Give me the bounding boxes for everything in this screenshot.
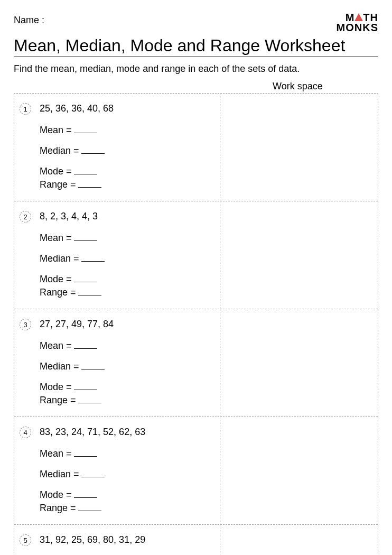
mode-blank[interactable]	[74, 383, 97, 390]
problem-row: 327, 27, 49, 77, 84Mean =Median =Mode =R…	[14, 309, 378, 417]
problem-number-badge: 1	[20, 103, 31, 115]
svg-marker-0	[354, 13, 363, 21]
range-label: Range =	[40, 287, 76, 298]
mean-blank[interactable]	[74, 341, 97, 349]
problem-content: 483, 23, 24, 71, 52, 62, 63Mean =Median …	[14, 417, 220, 524]
range-blank[interactable]	[78, 396, 101, 403]
problem-row: 531, 92, 25, 69, 80, 31, 29Mean =Median …	[14, 525, 378, 555]
mode-label: Mode =	[40, 166, 72, 177]
median-field: Median =	[40, 361, 129, 372]
workspace-cell[interactable]	[220, 201, 378, 309]
median-label: Median =	[40, 361, 79, 372]
dataset-text: 83, 23, 24, 71, 52, 62, 63	[40, 427, 213, 438]
problems-container: 125, 36, 36, 40, 68Mean =Median =Mode =R…	[14, 93, 378, 555]
range-field: Range =	[40, 503, 129, 514]
mode-label: Mode =	[40, 489, 72, 501]
mean-label: Mean =	[40, 233, 72, 244]
workspace-cell[interactable]	[220, 309, 378, 417]
problem-row: 125, 36, 36, 40, 68Mean =Median =Mode =R…	[14, 94, 378, 201]
name-label: Name :	[14, 15, 44, 26]
answers-grid: Mean =Median =Mode =Range =	[40, 448, 213, 516]
mean-label: Mean =	[40, 125, 72, 136]
median-blank[interactable]	[81, 362, 105, 369]
range-field: Range =	[40, 395, 129, 406]
workspace-cell[interactable]	[220, 417, 378, 524]
workspace-cell[interactable]	[220, 525, 378, 555]
mean-field: Mean =	[40, 448, 129, 459]
dataset-text: 27, 27, 49, 77, 84	[40, 319, 213, 330]
mode-field: Mode =	[40, 382, 129, 393]
median-field: Median =	[40, 469, 129, 480]
median-label: Median =	[40, 145, 79, 156]
mean-field: Mean =	[40, 340, 129, 352]
problem-content: 327, 27, 49, 77, 84Mean =Median =Mode =R…	[14, 309, 220, 417]
problem-number-badge: 2	[20, 211, 31, 223]
problem-number-badge: 5	[20, 534, 31, 546]
dataset-text: 25, 36, 36, 40, 68	[40, 103, 213, 114]
mode-field: Mode =	[40, 166, 129, 177]
mode-blank[interactable]	[74, 275, 97, 282]
median-field: Median =	[40, 253, 129, 264]
problem-content: 28, 2, 3, 4, 4, 3Mean =Median =Mode =Ran…	[14, 201, 220, 309]
range-blank[interactable]	[78, 180, 101, 188]
mean-blank[interactable]	[74, 449, 97, 457]
dataset-text: 8, 2, 3, 4, 4, 3	[40, 211, 213, 222]
range-blank[interactable]	[78, 504, 101, 511]
answers-grid: Mean =Median =Mode =Range =	[40, 233, 213, 300]
mathmonks-logo: MTH MONKS	[337, 13, 378, 33]
logo-text-monks: MONKS	[337, 23, 378, 33]
median-label: Median =	[40, 469, 79, 480]
mode-blank[interactable]	[74, 491, 97, 498]
mean-field: Mean =	[40, 125, 129, 136]
problem-row: 28, 2, 3, 4, 4, 3Mean =Median =Mode =Ran…	[14, 201, 378, 309]
instructions-text: Find the mean, median, mode and range in…	[14, 63, 378, 75]
mean-blank[interactable]	[74, 126, 97, 133]
range-label: Range =	[40, 395, 76, 406]
answers-grid: Mean =Median =Mode =Range =	[40, 340, 213, 408]
median-blank[interactable]	[81, 146, 105, 154]
median-blank[interactable]	[81, 470, 105, 477]
workspace-cell[interactable]	[220, 94, 378, 201]
range-blank[interactable]	[78, 288, 101, 295]
answers-grid: Mean =Median =Mode =Range =	[40, 125, 213, 192]
mode-blank[interactable]	[74, 167, 97, 174]
mean-label: Mean =	[40, 448, 72, 459]
median-field: Median =	[40, 145, 129, 156]
header-row: Name : MTH MONKS	[14, 15, 378, 33]
mode-field: Mode =	[40, 274, 129, 285]
mode-field: Mode =	[40, 489, 129, 501]
title-underline	[14, 57, 378, 57]
problem-content: 125, 36, 36, 40, 68Mean =Median =Mode =R…	[14, 94, 220, 201]
worksheet-title: Mean, Median, Mode and Range Worksheet	[14, 36, 378, 56]
problem-content: 531, 92, 25, 69, 80, 31, 29Mean =Median …	[14, 525, 220, 555]
range-field: Range =	[40, 287, 129, 298]
range-label: Range =	[40, 179, 76, 190]
mean-field: Mean =	[40, 233, 129, 244]
median-blank[interactable]	[81, 254, 105, 262]
range-label: Range =	[40, 503, 76, 514]
problem-number-badge: 4	[20, 427, 31, 438]
problem-number-badge: 3	[20, 319, 31, 330]
mode-label: Mode =	[40, 274, 72, 285]
range-field: Range =	[40, 179, 129, 190]
problem-row: 483, 23, 24, 71, 52, 62, 63Mean =Median …	[14, 417, 378, 525]
mode-label: Mode =	[40, 382, 72, 393]
workspace-label: Work space	[14, 81, 378, 92]
median-label: Median =	[40, 253, 79, 264]
dataset-text: 31, 92, 25, 69, 80, 31, 29	[40, 534, 213, 545]
mean-label: Mean =	[40, 340, 72, 352]
mean-blank[interactable]	[74, 234, 97, 241]
